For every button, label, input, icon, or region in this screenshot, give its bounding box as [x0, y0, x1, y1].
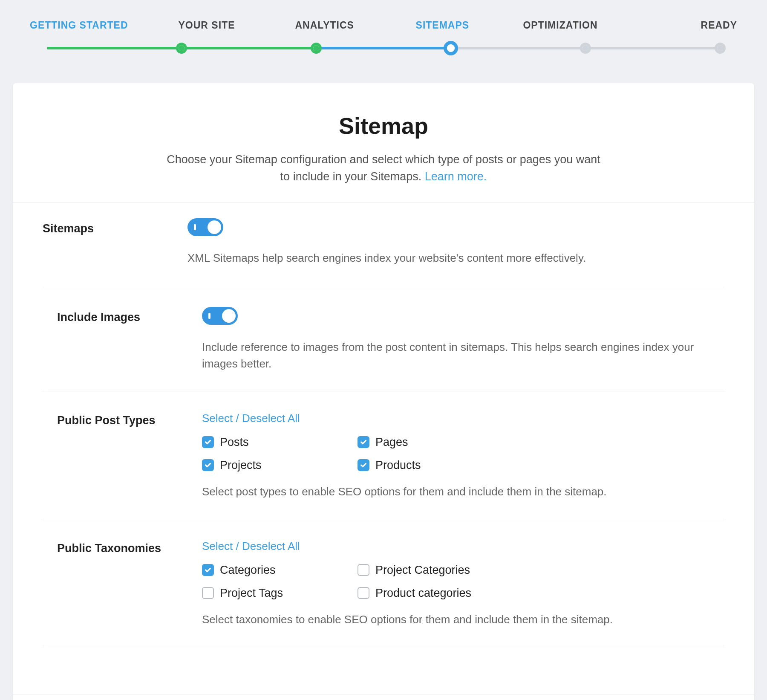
settings-card: Sitemap Choose your Sitemap configuratio… [13, 83, 754, 700]
row-sitemaps: Sitemaps XML Sitemaps help search engine… [13, 202, 754, 288]
step-dot-your-site [176, 43, 187, 54]
check-categories[interactable]: Categories [202, 561, 353, 579]
select-all-post-types[interactable]: Select / Deselect All [202, 410, 300, 427]
row-include-images: Include Images Include reference to imag… [43, 288, 724, 391]
check-project-tags[interactable]: Project Tags [202, 584, 353, 602]
check-pages[interactable]: Pages [358, 434, 509, 451]
check-label: Project Tags [220, 584, 283, 602]
check-label: Product categories [375, 584, 471, 602]
select-all-taxonomies[interactable]: Select / Deselect All [202, 538, 300, 555]
wizard-stepper: GETTING STARTED YOUR SITE ANALYTICS SITE… [13, 9, 754, 53]
checkbox-icon [358, 436, 369, 448]
learn-more-link[interactable]: Learn more. [425, 170, 487, 183]
desc-taxonomies: Select taxonomies to enable SEO options … [202, 611, 710, 628]
card-header: Sitemap Choose your Sitemap configuratio… [13, 83, 754, 202]
check-label: Posts [220, 434, 249, 451]
step-dot-optimization [580, 43, 591, 54]
check-label: Projects [220, 457, 262, 474]
toggle-sitemaps[interactable] [187, 218, 223, 236]
step-sitemaps[interactable]: SITEMAPS [384, 18, 502, 33]
check-project-categories[interactable]: Project Categories [358, 561, 509, 579]
row-post-types: Public Post Types Select / Deselect All … [43, 391, 724, 519]
step-dot-ready [715, 43, 726, 54]
step-labels: GETTING STARTED YOUR SITE ANALYTICS SITE… [30, 18, 737, 33]
checkbox-icon [358, 564, 369, 576]
step-track [47, 43, 720, 53]
step-analytics[interactable]: ANALYTICS [265, 18, 384, 33]
step-ready[interactable]: READY [619, 18, 737, 33]
post-types-checks: Posts Pages Projects Products [202, 434, 710, 474]
page-subtitle: Choose your Sitemap configuration and se… [166, 151, 601, 185]
step-dot-analytics [311, 43, 322, 54]
page-title: Sitemap [47, 109, 720, 143]
checkbox-icon [202, 564, 214, 576]
check-label: Products [375, 457, 421, 474]
check-label: Project Categories [375, 561, 470, 579]
checkbox-icon [358, 459, 369, 471]
label-taxonomies: Public Taxonomies [57, 538, 202, 628]
label-post-types: Public Post Types [57, 410, 202, 500]
step-getting-started[interactable]: GETTING STARTED [30, 18, 148, 33]
desc-sitemaps: XML Sitemaps help search engines index y… [187, 250, 724, 266]
check-products[interactable]: Products [358, 457, 509, 474]
label-sitemaps: Sitemaps [43, 218, 187, 267]
desc-include-images: Include reference to images from the pos… [202, 339, 710, 372]
label-include-images: Include Images [57, 307, 202, 372]
card-footer: Skip Step Save and Continue [13, 694, 754, 700]
check-posts[interactable]: Posts [202, 434, 353, 451]
check-label: Categories [220, 561, 276, 579]
check-label: Pages [375, 434, 408, 451]
checkbox-icon [358, 587, 369, 599]
row-taxonomies: Public Taxonomies Select / Deselect All … [43, 519, 724, 647]
step-your-site[interactable]: YOUR SITE [148, 18, 266, 33]
checkbox-icon [202, 459, 214, 471]
check-product-categories[interactable]: Product categories [358, 584, 509, 602]
step-optimization[interactable]: OPTIMIZATION [502, 18, 620, 33]
desc-post-types: Select post types to enable SEO options … [202, 483, 710, 500]
check-projects[interactable]: Projects [202, 457, 353, 474]
taxonomies-checks: Categories Project Categories Project Ta… [202, 561, 710, 602]
checkbox-icon [202, 436, 214, 448]
toggle-include-images[interactable] [202, 307, 238, 325]
checkbox-icon [202, 587, 214, 599]
step-dot-sitemaps [444, 41, 458, 55]
